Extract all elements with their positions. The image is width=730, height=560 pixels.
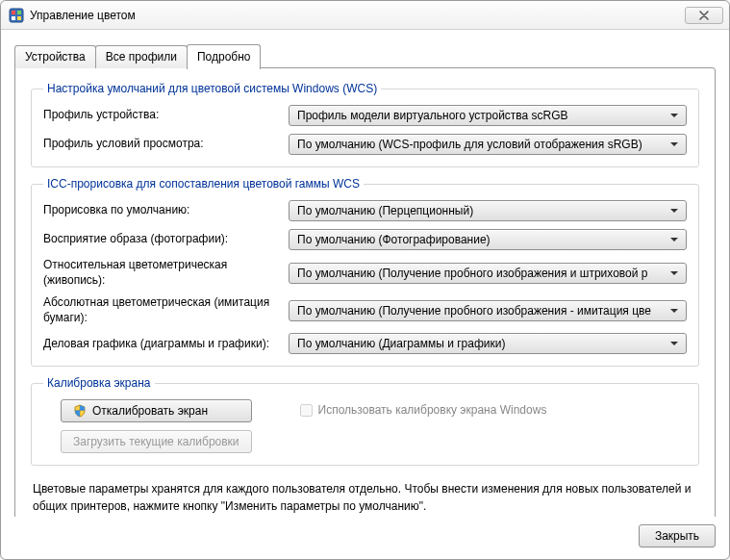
content-area: Устройства Все профили Подробно Настройк… xyxy=(1,30,729,517)
default-rendering-value: По умолчанию (Перцепционный) xyxy=(297,204,473,217)
app-icon xyxy=(9,8,24,23)
device-profile-value: Профиль модели виртуального устройства s… xyxy=(297,109,568,122)
default-rendering-combo[interactable]: По умолчанию (Перцепционный) xyxy=(289,200,687,221)
abs-colorimetric-label: Абсолютная цветометрическая (имитация бу… xyxy=(43,295,289,325)
window-title: Управление цветом xyxy=(30,9,685,22)
use-windows-calibration-input[interactable] xyxy=(300,404,313,417)
wcs-legend: Настройка умолчаний для цветовой системы… xyxy=(43,82,381,95)
viewing-profile-label: Профиль условий просмотра: xyxy=(43,137,289,152)
tab-devices[interactable]: Устройства xyxy=(14,45,96,68)
per-user-note: Цветовые параметры хранятся для каждого … xyxy=(33,481,697,515)
calibration-legend: Калибровка экрана xyxy=(43,376,155,390)
business-graphics-combo[interactable]: По умолчанию (Диаграммы и графики) xyxy=(289,333,687,354)
business-graphics-label: Деловая графика (диаграммы и графики): xyxy=(43,337,289,352)
use-windows-calibration-checkbox[interactable]: Использовать калибровку экрана Windows xyxy=(300,403,547,417)
svg-rect-2 xyxy=(17,11,21,14)
device-profile-label: Профиль устройства: xyxy=(43,108,289,123)
titlebar: Управление цветом xyxy=(1,1,729,30)
use-windows-calibration-label: Использовать калибровку экрана Windows xyxy=(318,403,547,417)
perceptual-combo[interactable]: По умолчанию (Фотографирование) xyxy=(289,229,687,250)
abs-colorimetric-combo[interactable]: По умолчанию (Получение пробного изображ… xyxy=(289,300,687,321)
uac-shield-icon xyxy=(73,404,87,418)
rel-colorimetric-value: По умолчанию (Получение пробного изображ… xyxy=(297,267,647,280)
calibration-group: Калибровка экрана xyxy=(31,376,699,466)
close-icon[interactable] xyxy=(685,7,723,24)
viewing-profile-combo[interactable]: По умолчанию (WCS-профиль для условий от… xyxy=(289,134,687,155)
tab-panel-advanced: Настройка умолчаний для цветовой системы… xyxy=(14,67,716,517)
tab-advanced[interactable]: Подробно xyxy=(187,44,262,69)
svg-rect-3 xyxy=(12,16,15,20)
close-button[interactable]: Закрыть xyxy=(639,524,716,547)
svg-rect-4 xyxy=(17,16,21,20)
load-calibrations-button[interactable]: Загрузить текущие калибровки xyxy=(61,430,252,453)
viewing-profile-value: По умолчанию (WCS-профиль для условий от… xyxy=(297,138,642,151)
perceptual-label: Восприятие образа (фотографии): xyxy=(43,232,289,247)
rel-colorimetric-label: Относительная цветометрическая (живопись… xyxy=(43,258,289,288)
icc-legend: ICC-прорисовка для сопоставления цветово… xyxy=(43,177,364,191)
tabbar: Устройства Все профили Подробно xyxy=(14,43,716,68)
tab-all-profiles[interactable]: Все профили xyxy=(95,45,188,68)
rel-colorimetric-combo[interactable]: По умолчанию (Получение пробного изображ… xyxy=(289,263,687,284)
default-rendering-label: Прорисовка по умолчанию: xyxy=(43,203,289,218)
device-profile-combo[interactable]: Профиль модели виртуального устройства s… xyxy=(289,105,687,126)
close-button-label: Закрыть xyxy=(655,529,699,543)
business-graphics-value: По умолчанию (Диаграммы и графики) xyxy=(297,337,505,350)
wcs-defaults-group: Настройка умолчаний для цветовой системы… xyxy=(31,82,699,167)
icc-rendering-group: ICC-прорисовка для сопоставления цветово… xyxy=(31,177,699,367)
perceptual-value: По умолчанию (Фотографирование) xyxy=(297,233,491,246)
calibrate-screen-label: Откалибровать экран xyxy=(92,404,208,418)
dialog-footer: Закрыть xyxy=(1,517,729,559)
calibrate-screen-button[interactable]: Откалибровать экран xyxy=(61,399,252,422)
abs-colorimetric-value: По умолчанию (Получение пробного изображ… xyxy=(297,304,651,318)
load-calibrations-label: Загрузить текущие калибровки xyxy=(73,435,239,448)
svg-rect-1 xyxy=(12,11,15,14)
color-management-window: Управление цветом Устройства Все профили… xyxy=(0,0,730,560)
